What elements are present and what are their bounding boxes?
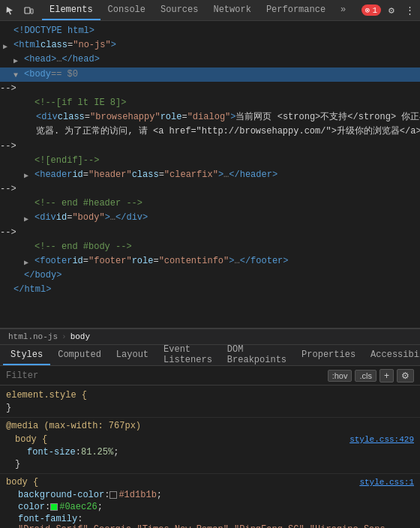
filter-settings-button[interactable]: ⚙ [397,369,414,382]
dom-line-close-html[interactable]: </html> [0,283,420,297]
inner-body-selector[interactable]: body { [15,434,47,445]
filter-buttons: :hov .cls + ⚙ [328,369,414,382]
toggle-leaf5 [24,200,33,208]
body-eq: == $0 [51,68,78,82]
devtools-toolbar: Elements Console Sources Network Perform… [0,0,420,21]
toggle-head[interactable] [14,56,22,64]
body-selector-line: body { style.css:1 [0,476,420,489]
prop-color-val: #0aec26 [59,502,97,512]
hov-button[interactable]: :hov [328,370,352,382]
breadcrumb-body[interactable]: body [68,332,92,341]
tag-head-close: </head> [62,52,99,67]
css-prop-color[interactable]: color : #0aec26 ; [0,501,420,513]
prop-bgcolor-val: #1d1b1b [118,490,156,500]
main-tab-bar: Elements Console Sources Network Perform… [42,0,360,20]
attr-class-bh: class [58,110,85,124]
comment-ie: <!--[if lt IE 8]> [34,96,126,110]
dom-line-close-body[interactable]: </body> [0,268,420,283]
comment-endif: <![endif]--> [34,154,99,168]
tag-div-bh: <div [36,110,58,124]
tab-elements[interactable]: Elements [42,0,100,20]
toggle-footer[interactable] [24,257,33,266]
css-rules: element.style { } @media (max-width: 767… [0,386,420,528]
tab-console[interactable]: Console [100,0,153,20]
css-prop-fontfamily[interactable]: font-family : "Droid Serif",Georgia,"Tim… [0,513,420,528]
attr-value-nojs: "no-js" [73,38,110,52]
breadcrumb-html[interactable]: html.no-js [6,332,60,341]
settings-icon[interactable]: ⚙ [384,3,399,18]
toggle-body[interactable] [14,70,22,79]
toggle-leaf8 [3,286,12,295]
filter-bar: :hov .cls + ⚙ [0,366,420,386]
dom-line-footer[interactable]: <footer id="footer" role="contentinfo" >… [0,254,420,268]
tab-performance[interactable]: Performance [259,0,333,20]
error-badge[interactable]: ⊗ 1 [362,4,381,16]
tag-open: <html [14,38,40,52]
prop-bgcolor-name: background-color [18,490,104,500]
svg-rect-0 [25,8,30,14]
toggle-leaf6 [24,242,33,251]
color-swatch[interactable] [50,503,58,511]
error-icon: ⊗ [365,5,370,15]
tag-head: <head> [24,52,56,67]
browsehappy-text2: 览器. 为了正常的访问, 请 <a href="http://browsehap… [36,124,420,139]
more-icon[interactable]: ⋮ [402,3,417,18]
toolbar-right: ⊗ 1 ⚙ ⋮ [362,3,417,18]
browsehappy-text: 当前网页 <strong>不支持</strong> 你正在使用的浏 [236,110,420,124]
tab-accessibility[interactable]: Accessibility [363,345,420,365]
add-style-button[interactable]: + [380,369,394,382]
css-prop-fontsize-media[interactable]: font-size : 81.25% ; [9,446,420,458]
css-source-1[interactable]: style.css:1 [359,478,414,487]
doctype-text: <!DOCTYPE html> [14,24,94,38]
dom-line-head[interactable]: <head>…</head> [0,52,420,67]
inner-selector-line: body { style.css:429 [9,433,420,446]
tab-layout[interactable]: Layout [109,345,156,365]
dom-line-browsehappy2[interactable]: 览器. 为了正常的访问, 请 <a href="http://browsehap… [0,124,420,139]
toggle-leaf2 [24,99,33,108]
toggle-header[interactable] [24,170,33,179]
cls-button[interactable]: .cls [355,370,376,382]
device-icon[interactable] [21,3,36,18]
css-prop-bgcolor[interactable]: background-color : #1d1b1b ; [0,489,420,501]
media-query-selector[interactable]: @media (max-width: 767px) [6,421,141,431]
attr-class: class [40,38,68,52]
dom-line-div-body[interactable]: <div id="body" >…</div> [0,211,420,225]
tab-dom-breakpoints[interactable]: DOM Breakpoints [220,345,294,365]
css-source-429[interactable]: style.css:429 [350,435,414,444]
dom-line-doctype[interactable]: <!DOCTYPE html> [0,24,420,38]
dim-ellipsis: … [56,52,62,67]
dom-line-body[interactable]: <body == $0 [0,68,420,82]
tag-close: > [111,38,116,52]
tab-event-listeners[interactable]: Event Listeners [156,345,220,365]
prop-color-name: color [18,502,45,512]
toggle-leaf [3,27,12,36]
dom-line-browsehappy[interactable]: <div class="browsehappy" role="dialog" >… [0,110,420,124]
toggle-collapsed[interactable] [3,41,12,50]
styles-panel: :hov .cls + ⚙ element.style { } @media (… [0,366,420,528]
tab-properties[interactable]: Properties [294,345,363,365]
filter-input[interactable] [6,370,325,381]
dom-line-end-header[interactable]: <!-- end #header --> [0,196,420,211]
bgcolor-swatch[interactable] [110,491,117,499]
element-style-selector[interactable]: element.style { [6,390,87,400]
css-selector-line: element.style { [0,388,420,402]
tab-sources[interactable]: Sources [153,0,206,20]
dom-line-html[interactable]: <html class="no-js"> [0,38,420,52]
dom-line-ie-comment[interactable]: <!--[if lt IE 8]> [0,96,420,110]
breadcrumb-sep: › [62,332,67,341]
toggle-leaf4 [24,156,33,165]
prop-val: 81.25% [81,447,113,458]
tab-computed[interactable]: Computed [50,345,109,365]
tab-styles[interactable]: Styles [3,345,50,365]
dom-line-end-body[interactable]: <!-- end #body --> [0,240,420,254]
tab-more[interactable]: » [333,0,353,20]
cursor-icon[interactable] [3,3,18,18]
comment-end-header: <!-- end #header --> [34,196,142,211]
dom-line-header[interactable]: <header id="header" class="clearfix" >…<… [0,168,420,182]
toggle-div-body[interactable] [24,214,33,223]
dom-line-endif[interactable]: <![endif]--> [0,154,420,168]
tab-network[interactable]: Network [206,0,258,20]
media-query-line: @media (max-width: 767px) [0,419,420,433]
body-selector[interactable]: body { [6,477,38,488]
rule-body-style: body { style.css:1 background-color : #1… [0,476,420,528]
